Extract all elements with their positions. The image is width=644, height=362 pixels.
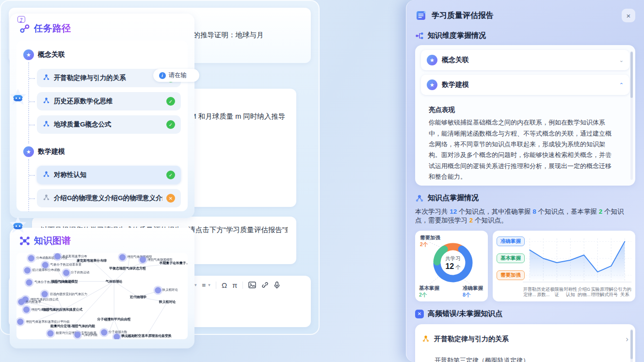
svg-text:共学习: 共学习	[445, 255, 461, 261]
donut-label-count: 2个	[419, 292, 439, 299]
microphone-icon[interactable]	[274, 282, 280, 289]
section-star-icon: ★	[23, 49, 34, 60]
dimension-scroll-thumb[interactable]	[630, 52, 633, 98]
error-item-label: 开普勒定律与引力的关系	[434, 335, 509, 344]
graph-node-label: 理想气体微观模型	[51, 279, 78, 283]
knowledge-graph-title: 知识图谱	[34, 235, 71, 247]
graph-node-dot	[155, 287, 161, 293]
node-network-icon	[43, 97, 50, 106]
error-item[interactable]: 开普勒定律与引力的关系›	[422, 330, 628, 348]
graph-node[interactable]: 理想气体微观模型	[50, 279, 79, 284]
task-item[interactable]: 地球质量G概念公式✓	[37, 115, 181, 134]
level-legend-准确掌握: 准确掌握	[497, 236, 525, 246]
node-network-icon	[43, 120, 50, 129]
node-network-icon	[43, 171, 50, 179]
graph-node[interactable]: 平衡态理想气体状态方程	[108, 266, 148, 271]
graph-node[interactable]: 分子的热运动	[63, 269, 90, 276]
charts-row: 共学习12 个需要加强2个基本掌握2个准确掌握8个 开普勒定律...历史还原数.…	[415, 231, 635, 301]
dimension-card: ★概念关联⌄★数学建模⌃ 亮点表现 你能够敏锐捕捉基础概念之间的内在联系，例如在…	[415, 45, 635, 186]
graph-node-label: 平衡态理想气体状态方程	[109, 266, 146, 270]
dimension-section-title: 知识维度掌握情况	[428, 31, 486, 40]
graph-node[interactable]: 理想气体的压强和温度公式	[41, 307, 84, 312]
donut-label-count: 8个	[463, 292, 483, 299]
knowledge-graph-header: 知识图谱	[16, 234, 188, 249]
graph-node[interactable]: 分子碰撞和平均自由程	[96, 317, 132, 322]
error-square-icon: ✕	[415, 310, 424, 318]
task-item-label: 开普勒定律与引力的关系	[54, 74, 126, 82]
svg-text:理解公式符号: 理解公式符号	[604, 287, 618, 297]
node-network-icon	[43, 74, 50, 82]
task-path-header: 任务路径	[16, 21, 188, 41]
accordion-label: 数学建模	[442, 80, 469, 89]
knowledge-graph-canvas[interactable]: 分布函数和统计平均值麦克斯韦速率分布麦克斯韦速率分布律气体分子热运动基本量统计规…	[16, 253, 188, 339]
graph-node[interactable]: 方均根速率	[18, 299, 42, 305]
accordion-label: 概念关联	[442, 56, 469, 64]
svg-text:12 个: 12 个	[445, 262, 461, 270]
dimension-detail: 亮点表现 你能够敏锐捕捉基础概念之间的内在联系，例如在数学知识体系中，能清晰阐述…	[421, 99, 629, 186]
graph-node-label: 狭义相对论	[162, 288, 178, 292]
list-style-button[interactable]: ≡▾	[202, 282, 210, 289]
insert-link-icon[interactable]	[261, 282, 269, 288]
graph-node-label: 狭义相对论	[159, 300, 176, 304]
points-section-header: 知识点掌握情况	[415, 193, 635, 203]
graph-node[interactable]: 能量均分定理-理想气体的内能	[48, 324, 97, 329]
status-done-icon: ✓	[166, 97, 175, 106]
svg-text:介绍G的物...: 介绍G的物...	[577, 287, 590, 297]
svg-text:历史还原数...: 历史还原数...	[536, 287, 550, 297]
accordion-expanded[interactable]: ★数学建模⌃	[421, 75, 629, 95]
graph-node[interactable]: 早期量子论和量子...	[158, 261, 188, 266]
donut-chart-card: 共学习12 个需要加强2个基本掌握2个准确掌握8个	[415, 231, 488, 301]
graph-node-label: 狭义相对时空基本原理洛伦兹变换	[122, 333, 172, 338]
graph-node-dot	[28, 255, 34, 261]
section-star-icon: ★	[23, 146, 34, 157]
graph-node[interactable]: 统计规律和分布函数	[24, 267, 62, 273]
status-done-icon: ✓	[166, 120, 175, 129]
graph-node-dot	[74, 332, 80, 338]
graph-node[interactable]: 狭义相对时空基本原理洛伦兹变换	[119, 333, 174, 338]
task-section-name: 数学建模	[38, 147, 65, 156]
close-icon[interactable]: ×	[622, 9, 635, 22]
question-bubble-icon: ?	[17, 16, 25, 23]
path-link-icon	[19, 23, 30, 34]
highlight-title: 亮点表现	[429, 104, 617, 115]
graph-node-label: 气体的内能	[82, 332, 97, 337]
pi-symbol-button[interactable]: π	[232, 281, 237, 289]
graph-node[interactable]: 气体的内能	[74, 332, 98, 338]
task-section-header: ★数学建模	[23, 146, 181, 157]
task-item[interactable]: 历史还原数学化思维✓	[37, 92, 181, 110]
accordion-collapsed[interactable]: ★概念关联⌄	[421, 50, 629, 70]
graph-node[interactable]: 气体动理论	[105, 279, 123, 284]
graph-node[interactable]: 狭义相对论	[155, 287, 178, 293]
graph-node-dot	[17, 319, 24, 325]
graph-node[interactable]: 狭义相对论	[158, 299, 177, 304]
omega-symbol-button[interactable]: Ω	[222, 281, 227, 289]
insert-image-icon[interactable]	[248, 282, 256, 288]
points-summary: 本次学习共 12 个知识点，其中准确掌握 8 个知识点，基本掌握 2 个知识点，…	[415, 207, 635, 225]
task-item[interactable]: 对称性认知✓	[37, 166, 181, 184]
task-path-card: 任务路径 ★概念关联开普勒定律与引力的关系✓历史还原数学化思维✓地球质量G概念公…	[10, 14, 194, 218]
section-star-icon: ★	[427, 55, 437, 65]
report-panel: 学习质量评估报告 × 知识维度掌握情况 ★概念关联⌄★数学建模⌃ 亮点表现 你能…	[406, 0, 644, 362]
report-book-icon	[415, 10, 427, 21]
graph-node-label: 方均根速率	[25, 300, 41, 304]
graph-node-label: 气体动理论	[106, 279, 123, 283]
section-star-icon: ★	[427, 79, 437, 90]
donut-label-name: 需要加强	[420, 235, 440, 241]
task-item[interactable]: 介绍G的物理意义介绍G的物理意义介绍G的...✕	[37, 189, 181, 207]
errors-scroll-thumb[interactable]	[630, 330, 633, 359]
line-chart-card: 开普勒定律...历史还原数...极限验证对称性认知介绍G的物...实验原理理解理…	[493, 231, 635, 301]
graph-node-dot	[24, 267, 31, 273]
report-header: 学习质量评估报告 ×	[415, 9, 635, 22]
error-node-icon	[422, 335, 430, 344]
svg-text:极限验证: 极限验证	[549, 287, 564, 297]
graph-node[interactable]: 近代物理学	[129, 295, 147, 299]
knowledge-graph-card: 知识图谱 分布函数和统计平均值麦克斯韦速率分布麦克斯韦速率分布律气体分子热运动基…	[10, 228, 194, 348]
errors-section-header: ✕ 高频错误/未掌握知识点	[415, 309, 635, 318]
task-section-header: ★概念关联	[23, 49, 181, 60]
graph-node-dot	[101, 329, 107, 335]
input-notice-text: 请在输	[169, 71, 187, 79]
report-title: 学习质量评估报告	[432, 11, 494, 21]
input-notice-pill[interactable]: i 请在输	[153, 69, 200, 82]
graph-node-label: 分子的热运动	[71, 270, 90, 275]
svg-text:引力的关系: 引力的关系	[618, 287, 631, 297]
